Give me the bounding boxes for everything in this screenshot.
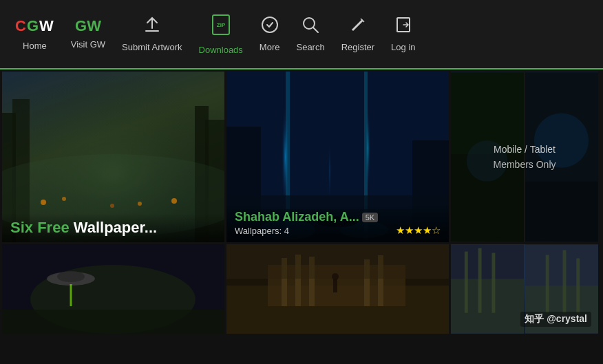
nav-more[interactable]: More — [251, 0, 288, 68]
card-bottom-3[interactable]: 知乎 @crystal — [451, 244, 598, 334]
more-icon — [261, 16, 279, 36]
card-shahab-rating: ★★★★☆ — [396, 224, 441, 237]
mobile-tablet-text: Mobile / Tablet — [494, 144, 556, 155]
svg-rect-55 — [451, 279, 524, 333]
card-six-free-title: Six Free Wallpaper... — [10, 219, 216, 237]
card-bottom-2[interactable] — [226, 244, 449, 334]
svg-rect-51 — [226, 244, 449, 279]
svg-point-16 — [171, 198, 177, 204]
nav-downloads[interactable]: ZIP Downloads — [191, 0, 251, 68]
content-grid: Six Free Wallpaper... — [0, 69, 603, 364]
nav-search[interactable]: Search — [288, 0, 332, 68]
edit-icon — [349, 16, 367, 36]
upload-icon — [143, 16, 161, 36]
svg-rect-42 — [2, 310, 224, 334]
svg-rect-56 — [465, 252, 468, 313]
card-shahab-5k-badge: 5K — [362, 213, 378, 222]
nav-downloads-label: Downloads — [199, 45, 243, 55]
svg-rect-61 — [546, 255, 549, 312]
watermark: 知乎 @crystal — [520, 312, 591, 327]
svg-point-12 — [41, 200, 46, 205]
svg-point-13 — [62, 197, 66, 201]
members-only-overlay: Mobile / Tablet Members Only — [451, 72, 598, 242]
card-shahab-title: Shahab Alizadeh, A... — [235, 210, 359, 224]
svg-point-14 — [110, 204, 114, 208]
gw-logo-icon: GW — [75, 19, 101, 34]
members-only-text: Members Only — [493, 159, 556, 170]
svg-line-4 — [313, 28, 318, 32]
card-shahab-meta: Wallpapers: 4 — [235, 226, 289, 236]
search-icon — [302, 16, 319, 36]
card-six-free-title-six: Six — [10, 219, 33, 236]
card-six-free-title-rest: Wallpaper... — [70, 219, 158, 236]
nav-home[interactable]: CGW Home — [7, 0, 63, 68]
cgw-logo: CGW — [15, 17, 54, 35]
card-members[interactable]: Mobile / Tablet Members Only — [451, 72, 598, 242]
main-nav: CGW Home GW Visit GW Submit Artwork ZIP … — [0, 0, 603, 69]
nav-submit-artwork-label: Submit Artwork — [122, 42, 182, 52]
nav-visit-gw-label: Visit GW — [71, 39, 105, 50]
card-six-free-title-free: Free — [33, 219, 70, 236]
card-bottom-3-left — [451, 244, 524, 334]
svg-rect-57 — [478, 248, 482, 313]
zip-icon: ZIP — [209, 13, 233, 39]
card-bottom-1[interactable] — [2, 244, 224, 334]
nav-register-label: Register — [341, 42, 374, 52]
card-six-free-label: Six Free Wallpaper... — [2, 213, 224, 242]
svg-rect-52 — [333, 279, 337, 292]
svg-text:ZIP: ZIP — [216, 22, 225, 28]
svg-point-53 — [332, 273, 339, 280]
card-shahab-label: Shahab Alizadeh, A... 5K Wallpapers: 4 ★… — [226, 204, 449, 242]
nav-home-label: Home — [23, 41, 47, 51]
nav-login-label: Log in — [391, 42, 415, 52]
nav-search-label: Search — [296, 42, 324, 52]
login-icon — [394, 16, 412, 36]
nav-submit-artwork[interactable]: Submit Artwork — [114, 0, 190, 68]
svg-point-15 — [138, 202, 142, 206]
svg-rect-58 — [491, 253, 495, 312]
svg-point-2 — [262, 17, 277, 32]
card-six-free[interactable]: Six Free Wallpaper... — [2, 72, 224, 242]
svg-point-40 — [57, 271, 85, 282]
nav-visit-gw[interactable]: GW Visit GW — [63, 0, 114, 68]
card-shahab[interactable]: Shahab Alizadeh, A... 5K Wallpapers: 4 ★… — [226, 72, 449, 242]
nav-login[interactable]: Log in — [383, 0, 423, 68]
svg-rect-62 — [562, 250, 566, 313]
nav-register[interactable]: Register — [333, 0, 383, 68]
svg-rect-63 — [576, 258, 580, 312]
nav-more-label: More — [260, 42, 280, 52]
